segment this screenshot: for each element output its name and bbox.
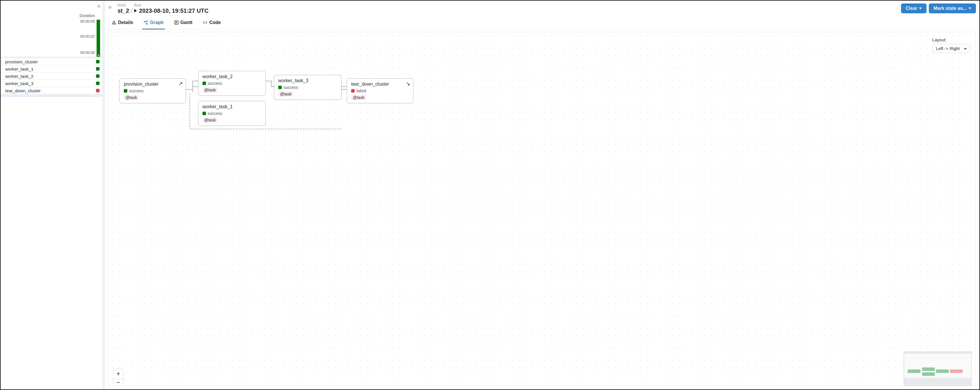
svg-rect-3 [146, 21, 148, 22]
sidebar: « Duration 00:00:05 00:00:02 00:00:00 pr… [1, 1, 102, 389]
node-state: failed [356, 89, 366, 93]
duration-run-marker[interactable] [97, 54, 100, 57]
task-row-worker_task_1[interactable]: worker_task_1 [1, 65, 102, 73]
node-tag: @task [351, 95, 366, 100]
breadcrumb-expand-icon[interactable]: » [108, 2, 111, 11]
zoom-in-button[interactable]: + [113, 369, 123, 379]
tab-label: Code [209, 20, 221, 25]
tab-gantt[interactable]: Gantt [173, 18, 194, 30]
svg-rect-4 [146, 24, 148, 25]
node-title: provision_cluster [124, 81, 181, 87]
status-icon [96, 81, 100, 85]
node-state: success [283, 85, 298, 90]
graph-icon [143, 20, 148, 25]
chevron-down-icon [964, 48, 967, 50]
code-icon [203, 20, 207, 25]
crumb-separator: / [131, 7, 132, 14]
duration-label: Duration [1, 1, 102, 19]
tab-label: Gantt [180, 20, 192, 25]
node-tear_down_cluster[interactable]: ↘ tear_down_cluster failed @task [347, 78, 414, 103]
tab-details[interactable]: Details [110, 18, 134, 30]
task-name: worker_task_2 [5, 74, 33, 79]
setup-arrow-icon: ↗ [178, 81, 183, 86]
node-title: worker_task_2 [202, 74, 261, 79]
edge [341, 86, 347, 87]
gantt-icon [174, 20, 179, 25]
minimap-viewport[interactable] [904, 352, 972, 386]
status-icon [96, 89, 100, 92]
status-icon [278, 86, 282, 89]
run-icon [134, 9, 137, 13]
pane-resizer[interactable] [102, 1, 105, 389]
graph-canvas[interactable]: Layout: Left -> Right ↗ prov [108, 32, 976, 386]
task-name: tear_down_cluster [5, 88, 41, 93]
tabs: Details Graph Gantt Code [105, 14, 979, 30]
tab-code[interactable]: Code [202, 18, 222, 30]
edge [271, 81, 272, 86]
tab-label: Details [118, 20, 133, 25]
layout-select[interactable]: Left -> Right [932, 44, 970, 53]
edge [266, 81, 272, 81]
task-name: worker_task_3 [5, 81, 33, 86]
crumb-run-label: Run [134, 3, 141, 7]
tab-label: Graph [150, 20, 164, 25]
node-tag: @task [278, 91, 293, 97]
edge [192, 81, 193, 92]
node-title: worker_task_1 [202, 104, 261, 109]
node-state: success [129, 89, 144, 93]
zoom-out-button[interactable]: − [113, 379, 123, 386]
svg-rect-2 [144, 21, 145, 22]
status-icon [96, 60, 100, 64]
header: » DAG Run st_2 / 2023-08-10, 19:51:27 UT… [105, 1, 979, 14]
duration-bar[interactable] [97, 19, 100, 57]
sidebar-collapse-icon[interactable]: « [97, 2, 101, 10]
layout-selected: Left -> Right [936, 46, 960, 51]
node-worker_task_1[interactable]: worker_task_1 success @task [198, 101, 266, 126]
main-panel: » DAG Run st_2 / 2023-08-10, 19:51:27 UT… [105, 1, 979, 389]
node-state: success [208, 111, 223, 116]
duration-tick: 00:00:02 [80, 34, 95, 38]
node-worker_task_2[interactable]: worker_task_2 success @task [198, 71, 266, 96]
task-row-provision_cluster[interactable]: provision_cluster [1, 58, 102, 65]
node-tag: @task [124, 95, 139, 100]
mark-state-button-label: Mark state as... [934, 6, 967, 11]
clear-button-label: Clear [906, 6, 917, 11]
task-row-tear_down_cluster[interactable]: tear_down_cluster [1, 87, 102, 94]
crumb-dag-id[interactable]: st_2 [118, 7, 129, 14]
edge [185, 89, 192, 90]
chevron-down-icon [919, 8, 922, 9]
layout-picker: Layout: Left -> Right [932, 37, 970, 53]
task-list: provision_cluster worker_task_1 worker_t… [1, 57, 102, 97]
breadcrumb: DAG Run st_2 / 2023-08-10, 19:51:27 UTC [115, 2, 897, 14]
edge [192, 81, 198, 81]
status-icon [202, 81, 206, 85]
node-worker_task_3[interactable]: worker_task_3 success @task [274, 75, 342, 100]
task-name: worker_task_1 [5, 67, 33, 72]
tab-graph[interactable]: Graph [142, 18, 165, 30]
crumb-dag-label: DAG [118, 3, 126, 7]
node-title: tear_down_cluster [351, 81, 409, 87]
edge [192, 86, 198, 87]
clear-button[interactable]: Clear [901, 3, 926, 13]
warning-icon [111, 20, 116, 25]
node-state: success [208, 81, 223, 86]
task-name: provision_cluster [5, 59, 38, 64]
duration-tick: 00:00:00 [80, 50, 95, 55]
task-row-worker_task_3[interactable]: worker_task_3 [1, 80, 102, 87]
node-title: worker_task_3 [278, 78, 337, 83]
header-actions: Clear Mark state as... [901, 2, 976, 13]
minimap[interactable] [904, 352, 972, 386]
layout-label: Layout: [932, 37, 947, 42]
duration-tick: 00:00:05 [80, 19, 95, 24]
duration-axis: 00:00:05 00:00:02 00:00:00 [1, 19, 102, 57]
zoom-controls: + − [113, 369, 124, 386]
edge [341, 89, 347, 90]
crumb-run-ts[interactable]: 2023-08-10, 19:51:27 UTC [139, 7, 208, 14]
status-icon [96, 74, 100, 78]
chevron-down-icon [969, 8, 971, 9]
node-tag: @task [202, 118, 218, 123]
status-icon [351, 89, 355, 92]
node-provision_cluster[interactable]: ↗ provision_cluster success @task [119, 78, 186, 103]
task-row-worker_task_2[interactable]: worker_task_2 [1, 73, 102, 80]
mark-state-button[interactable]: Mark state as... [929, 3, 976, 13]
